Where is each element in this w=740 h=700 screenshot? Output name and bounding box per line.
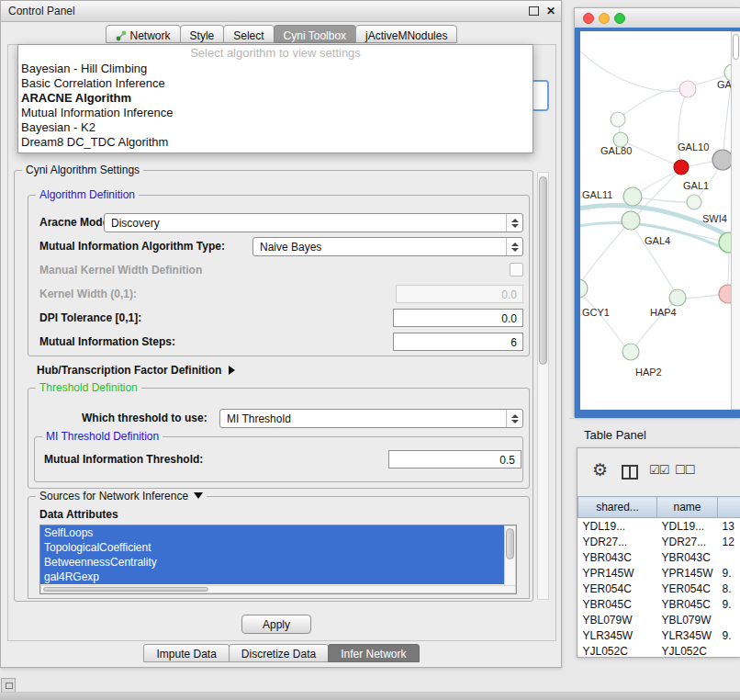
cell[interactable] [718,643,740,658]
network-node[interactable] [719,232,731,253]
network-node-pink[interactable] [719,285,731,303]
cell[interactable]: YLR345W [657,627,718,643]
network-node[interactable] [687,195,701,209]
tab-style[interactable]: Style [180,25,225,43]
cell[interactable]: YDR27... [657,534,718,549]
tab-cyni-toolbox[interactable]: Cyni Toolbox [274,25,356,43]
minimize-traffic-light-icon[interactable] [599,13,610,24]
cell[interactable]: YPR145W [657,565,718,581]
popup-item[interactable]: Dream8 DC_TDC Algorithm [18,135,533,150]
network-node[interactable] [669,289,686,306]
cell[interactable]: 13 [718,518,740,535]
network-window-titlebar[interactable] [575,8,740,28]
which-threshold-combo[interactable]: MI Threshold [219,409,523,428]
mi-type-combo[interactable]: Naive Bayes [252,237,523,256]
list-item[interactable]: TopologicalCoefficient [40,540,504,555]
tab-discretize-data[interactable]: Discretize Data [229,644,329,662]
table-row[interactable]: YDR27...YDR27...12 [578,534,740,549]
network-node[interactable] [611,112,625,127]
network-node[interactable] [622,344,639,360]
combo-stepper-icon[interactable] [506,410,522,427]
cell[interactable]: YPR145W [578,565,657,581]
aracne-mode-combo[interactable]: Discovery [104,213,523,232]
close-traffic-light-icon[interactable] [583,13,594,24]
cell[interactable]: YBL079W [657,612,718,627]
dpi-tolerance-field[interactable]: 0.0 [393,309,523,327]
scrollbar-thumb[interactable] [43,587,208,592]
tab-infer-network[interactable]: Infer Network [328,644,419,662]
columns-icon[interactable] [622,465,638,480]
settings-vscrollbar[interactable] [537,172,549,600]
close-icon[interactable]: ✕ [546,6,555,16]
tab-network[interactable]: Network [106,25,181,43]
table-row[interactable]: YBL079WYBL079W [578,612,740,627]
network-node[interactable] [623,187,642,206]
kernel-width-field[interactable]: 0.0 [396,285,523,303]
cell[interactable]: YBL079W [578,612,657,627]
apply-button[interactable]: Apply [241,615,311,634]
table-row[interactable]: YJL052CYJL052C [578,643,740,658]
column-header-shared-name[interactable]: shared... [578,497,657,518]
cell[interactable]: YDL19... [657,518,718,535]
cell[interactable]: YDL19... [578,518,657,535]
cell[interactable]: YJL052C [578,643,657,658]
manual-kernel-checkbox[interactable] [510,263,523,277]
popup-item[interactable]: Bayesian - K2 [18,120,533,135]
table-row[interactable]: YBR045CYBR045C9. [578,596,740,612]
tab-select[interactable]: Select [223,25,274,43]
cell[interactable]: YLR345W [578,627,657,643]
network-vscrollbar[interactable] [731,31,740,410]
network-node[interactable] [679,81,696,97]
column-header-partial[interactable] [718,497,740,518]
list-vscrollbar[interactable] [504,525,516,586]
mi-threshold-field[interactable]: 0.5 [388,450,521,469]
network-node-red[interactable] [674,160,689,175]
cell[interactable]: 9. [718,565,740,581]
popup-item[interactable]: Basic Correlation Inference [18,76,533,91]
popup-item[interactable]: Mutual Information Inference [18,106,533,120]
network-canvas[interactable]: GAL80 GAL10 GAL11 GAL1 SWI4 GAL4 GCY1 HA… [580,31,731,410]
focused-scroll-fragment[interactable] [531,80,549,111]
cell[interactable]: YER054C [657,581,718,596]
cell[interactable]: 9. [718,627,740,643]
cell[interactable]: YBR045C [657,596,718,612]
combo-stepper-icon[interactable] [506,238,522,255]
cell[interactable]: YJL052C [657,643,718,658]
list-hscrollbar[interactable] [40,585,516,593]
zoom-traffic-light-icon[interactable] [614,13,625,24]
float-window-icon[interactable] [529,6,539,16]
gear-icon[interactable]: ⚙ [592,459,608,480]
table-row[interactable]: YPR145WYPR145W9. [578,565,740,581]
deselect-all-checkboxes-icon[interactable]: ☐☐ [675,463,694,477]
cell[interactable]: 9. [718,596,740,612]
sources-toggle[interactable]: Sources for Network Inference [36,490,207,502]
cell[interactable]: 12 [718,534,740,549]
cell[interactable]: YDR27... [578,534,657,549]
list-item[interactable]: SelfLoops [40,525,504,540]
cell[interactable] [718,612,740,627]
table-row[interactable]: YLR345WYLR345W9. [578,627,740,643]
mi-steps-field[interactable]: 6 [393,333,523,351]
scrollbar-thumb[interactable] [733,34,739,60]
combo-stepper-icon[interactable] [506,214,522,231]
cell[interactable]: YBR043C [657,549,718,565]
scrollbar-thumb[interactable] [506,528,514,559]
list-item[interactable]: gal4RGexp [40,570,504,584]
network-node[interactable] [580,279,588,298]
popup-item[interactable]: Bayesian - Hill Climbing [18,62,533,76]
hub-definition-toggle[interactable]: Hub/Transcription Factor Definition [37,364,235,377]
cell[interactable]: YBR043C [578,549,657,565]
network-node[interactable] [622,211,640,230]
popup-item-selected[interactable]: ARACNE Algorithm [18,91,533,106]
network-graph[interactable]: GAL80 GAL10 GAL11 GAL1 SWI4 GAL4 GCY1 HA… [580,31,731,410]
network-node-gray[interactable] [712,150,731,170]
column-header-name[interactable]: name [657,497,718,518]
table-row[interactable]: YER054CYER054C8. [578,581,740,596]
cell[interactable]: YER054C [578,581,657,596]
cell[interactable]: 8. [718,581,740,596]
cell[interactable] [718,549,740,565]
table-row[interactable]: YDL19...YDL19...13 [578,518,740,535]
expand-down-icon[interactable] [194,492,203,499]
expand-right-icon[interactable] [229,366,235,375]
panel-corner-button[interactable] [1,678,16,693]
